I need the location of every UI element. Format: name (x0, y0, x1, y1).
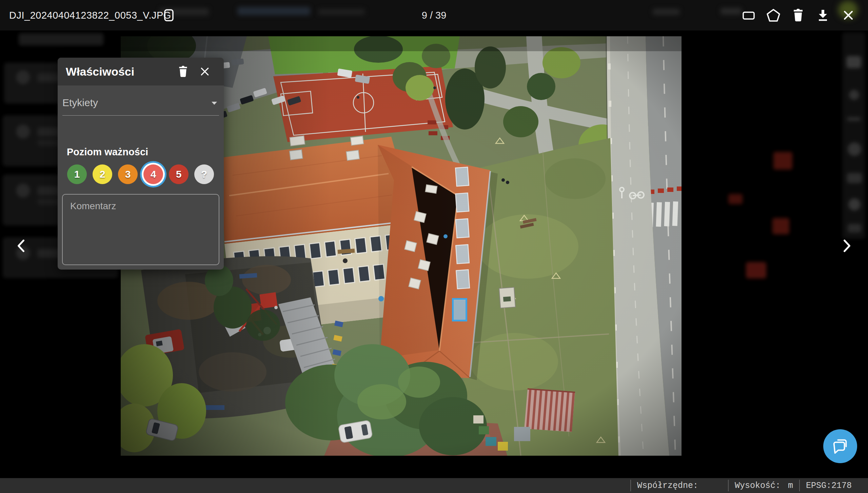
properties-panel: Właściwości Etykiety Poziom ważności 1 2… (58, 58, 224, 270)
labels-dropdown-placeholder: Etykiety (62, 97, 98, 108)
previous-image-button[interactable] (11, 236, 31, 256)
labels-dropdown[interactable]: Etykiety (62, 97, 219, 115)
rectangle-tool-icon[interactable] (739, 0, 758, 31)
severity-value: 4 (151, 169, 156, 180)
severity-level-3[interactable]: 3 (118, 164, 138, 184)
severity-value: 5 (176, 169, 182, 180)
dimmed-right-toolbar (841, 32, 866, 242)
panel-title: Właściwości (66, 58, 134, 85)
status-divider (630, 480, 631, 491)
chevron-left-icon (14, 238, 28, 253)
severity-level-4-selected[interactable]: 4 (143, 164, 163, 184)
severity-label: Poziom ważności (67, 146, 148, 158)
close-icon[interactable] (199, 65, 211, 78)
severity-level-1[interactable]: 1 (67, 164, 87, 184)
dimmed-thumbnail (773, 152, 792, 170)
download-icon[interactable] (813, 0, 832, 31)
top-bar: DJI_20240404123822_0053_V.JPG 9 / 39 (0, 0, 868, 31)
chevron-down-icon (212, 102, 217, 105)
severity-levels: 1 2 3 4 5 ? (67, 164, 214, 184)
trash-icon[interactable] (789, 0, 808, 31)
coordinates-label: Współrzędne: (637, 481, 698, 491)
height-label: Wysokość: (735, 481, 781, 491)
chat-icon (831, 437, 849, 455)
status-bar: Współrzędne: Wysokość: m EPSG:2178 (0, 478, 868, 493)
dimmed-thumbnail (746, 262, 766, 278)
close-icon[interactable] (839, 0, 858, 31)
chat-button[interactable] (823, 429, 857, 463)
next-image-button[interactable] (837, 236, 857, 256)
status-divider (728, 480, 729, 491)
frame-select-icon[interactable] (159, 0, 178, 31)
severity-level-2[interactable]: 2 (93, 164, 112, 184)
dimmed-thumbnail (772, 218, 789, 234)
image-counter: 9 / 39 (0, 0, 868, 31)
severity-value: 1 (74, 169, 80, 180)
status-divider (799, 480, 800, 491)
image-annotation-viewer: DJI_20240404123822_0053_V.JPG 9 / 39 Wła… (0, 0, 868, 493)
chevron-right-icon (840, 238, 854, 253)
severity-value: ? (201, 169, 207, 180)
comment-input[interactable] (62, 194, 219, 265)
severity-value: 3 (125, 169, 131, 180)
height-unit: m (788, 481, 793, 491)
trash-icon[interactable] (177, 65, 189, 78)
dropdown-underline (62, 115, 219, 116)
properties-panel-header: Właściwości (58, 58, 224, 85)
dimmed-thumbnail (728, 194, 743, 204)
severity-level-unknown[interactable]: ? (194, 164, 214, 184)
epsg-code: EPSG:2178 (806, 481, 852, 491)
severity-value: 2 (100, 169, 105, 180)
polygon-tool-icon[interactable] (764, 0, 783, 31)
annotation-box[interactable] (452, 298, 467, 321)
severity-level-5[interactable]: 5 (169, 164, 189, 184)
